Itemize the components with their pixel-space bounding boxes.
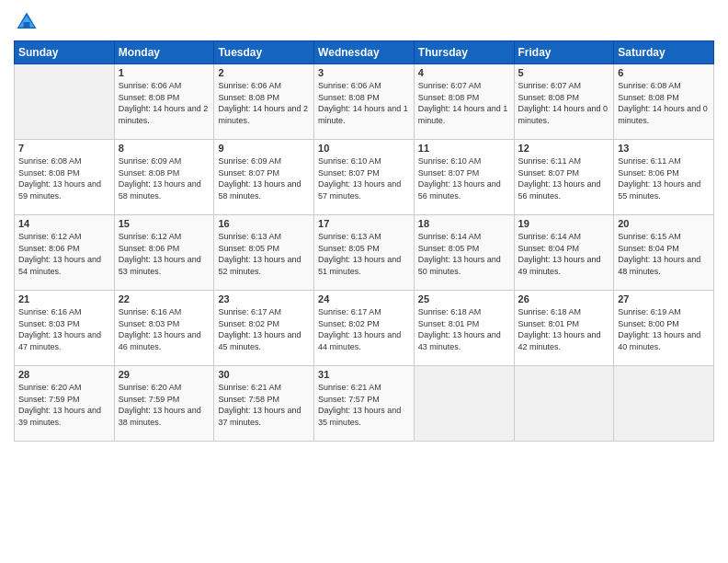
day-info: Sunrise: 6:06 AM Sunset: 8:08 PM Dayligh… bbox=[218, 80, 310, 126]
day-info: Sunrise: 6:21 AM Sunset: 7:58 PM Dayligh… bbox=[218, 382, 310, 428]
calendar-cell: 24 Sunrise: 6:17 AM Sunset: 8:02 PM Dayl… bbox=[314, 291, 415, 366]
header-cell-tuesday: Tuesday bbox=[214, 41, 314, 64]
calendar-cell: 18 Sunrise: 6:14 AM Sunset: 8:05 PM Dayl… bbox=[414, 215, 514, 291]
calendar-cell: 10 Sunrise: 6:10 AM Sunset: 8:07 PM Dayl… bbox=[314, 140, 415, 215]
calendar-cell: 1 Sunrise: 6:06 AM Sunset: 8:08 PM Dayli… bbox=[114, 64, 214, 140]
calendar-cell: 11 Sunrise: 6:10 AM Sunset: 8:07 PM Dayl… bbox=[414, 140, 514, 215]
header-cell-monday: Monday bbox=[114, 41, 214, 64]
day-info: Sunrise: 6:09 AM Sunset: 8:07 PM Dayligh… bbox=[218, 155, 310, 201]
day-info: Sunrise: 6:18 AM Sunset: 8:01 PM Dayligh… bbox=[418, 306, 510, 352]
calendar-cell: 23 Sunrise: 6:17 AM Sunset: 8:02 PM Dayl… bbox=[214, 291, 314, 366]
header-cell-friday: Friday bbox=[514, 41, 614, 64]
day-number: 5 bbox=[518, 67, 610, 78]
calendar-cell: 31 Sunrise: 6:21 AM Sunset: 7:57 PM Dayl… bbox=[314, 366, 415, 442]
day-info: Sunrise: 6:14 AM Sunset: 8:04 PM Dayligh… bbox=[518, 231, 610, 277]
day-info: Sunrise: 6:09 AM Sunset: 8:08 PM Dayligh… bbox=[119, 155, 210, 201]
header-cell-sunday: Sunday bbox=[15, 41, 115, 64]
header-cell-thursday: Thursday bbox=[414, 41, 514, 64]
day-number: 21 bbox=[18, 293, 110, 304]
day-number: 6 bbox=[618, 67, 710, 78]
calendar-cell: 3 Sunrise: 6:06 AM Sunset: 8:08 PM Dayli… bbox=[314, 64, 415, 140]
logo bbox=[14, 9, 43, 35]
day-info: Sunrise: 6:13 AM Sunset: 8:05 PM Dayligh… bbox=[318, 231, 410, 277]
day-info: Sunrise: 6:11 AM Sunset: 8:07 PM Dayligh… bbox=[518, 155, 610, 201]
day-info: Sunrise: 6:17 AM Sunset: 8:02 PM Dayligh… bbox=[218, 306, 310, 352]
day-info: Sunrise: 6:10 AM Sunset: 8:07 PM Dayligh… bbox=[318, 155, 410, 201]
calendar-cell: 2 Sunrise: 6:06 AM Sunset: 8:08 PM Dayli… bbox=[214, 64, 314, 140]
calendar-cell: 9 Sunrise: 6:09 AM Sunset: 8:07 PM Dayli… bbox=[214, 140, 314, 215]
calendar-cell: 27 Sunrise: 6:19 AM Sunset: 8:00 PM Dayl… bbox=[614, 291, 714, 366]
day-info: Sunrise: 6:07 AM Sunset: 8:08 PM Dayligh… bbox=[418, 80, 510, 126]
calendar-cell: 22 Sunrise: 6:16 AM Sunset: 8:03 PM Dayl… bbox=[114, 291, 214, 366]
calendar-header-row: SundayMondayTuesdayWednesdayThursdayFrid… bbox=[15, 41, 714, 64]
day-number: 3 bbox=[318, 67, 410, 78]
calendar-cell: 15 Sunrise: 6:12 AM Sunset: 8:06 PM Dayl… bbox=[114, 215, 214, 291]
calendar-cell: 30 Sunrise: 6:21 AM Sunset: 7:58 PM Dayl… bbox=[214, 366, 314, 442]
day-number: 27 bbox=[618, 293, 710, 304]
day-info: Sunrise: 6:19 AM Sunset: 8:00 PM Dayligh… bbox=[618, 306, 710, 352]
day-number: 26 bbox=[518, 293, 610, 304]
header bbox=[14, 9, 714, 35]
svg-rect-2 bbox=[24, 22, 30, 29]
day-number: 7 bbox=[18, 143, 110, 154]
calendar-cell bbox=[414, 366, 514, 442]
header-cell-saturday: Saturday bbox=[614, 41, 714, 64]
day-info: Sunrise: 6:16 AM Sunset: 8:03 PM Dayligh… bbox=[119, 306, 210, 352]
calendar-cell: 12 Sunrise: 6:11 AM Sunset: 8:07 PM Dayl… bbox=[514, 140, 614, 215]
day-number: 18 bbox=[418, 218, 510, 229]
day-number: 14 bbox=[18, 218, 110, 229]
calendar-body: 1 Sunrise: 6:06 AM Sunset: 8:08 PM Dayli… bbox=[15, 64, 714, 442]
day-number: 22 bbox=[119, 293, 210, 304]
calendar-cell: 21 Sunrise: 6:16 AM Sunset: 8:03 PM Dayl… bbox=[15, 291, 115, 366]
calendar-cell: 6 Sunrise: 6:08 AM Sunset: 8:08 PM Dayli… bbox=[614, 64, 714, 140]
day-number: 16 bbox=[218, 218, 310, 229]
calendar-cell: 4 Sunrise: 6:07 AM Sunset: 8:08 PM Dayli… bbox=[414, 64, 514, 140]
day-number: 20 bbox=[618, 218, 710, 229]
calendar-cell bbox=[514, 366, 614, 442]
day-info: Sunrise: 6:10 AM Sunset: 8:07 PM Dayligh… bbox=[418, 155, 510, 201]
calendar-cell: 7 Sunrise: 6:08 AM Sunset: 8:08 PM Dayli… bbox=[15, 140, 115, 215]
day-number: 17 bbox=[318, 218, 410, 229]
day-info: Sunrise: 6:17 AM Sunset: 8:02 PM Dayligh… bbox=[318, 306, 410, 352]
logo-icon bbox=[14, 9, 40, 35]
day-info: Sunrise: 6:13 AM Sunset: 8:05 PM Dayligh… bbox=[218, 231, 310, 277]
day-number: 12 bbox=[518, 143, 610, 154]
calendar-cell: 5 Sunrise: 6:07 AM Sunset: 8:08 PM Dayli… bbox=[514, 64, 614, 140]
day-info: Sunrise: 6:12 AM Sunset: 8:06 PM Dayligh… bbox=[119, 231, 210, 277]
calendar-cell: 16 Sunrise: 6:13 AM Sunset: 8:05 PM Dayl… bbox=[214, 215, 314, 291]
day-info: Sunrise: 6:06 AM Sunset: 8:08 PM Dayligh… bbox=[318, 80, 410, 126]
calendar-week-1: 1 Sunrise: 6:06 AM Sunset: 8:08 PM Dayli… bbox=[15, 64, 714, 140]
calendar-week-4: 21 Sunrise: 6:16 AM Sunset: 8:03 PM Dayl… bbox=[15, 291, 714, 366]
day-info: Sunrise: 6:08 AM Sunset: 8:08 PM Dayligh… bbox=[618, 80, 710, 126]
calendar-cell: 29 Sunrise: 6:20 AM Sunset: 7:59 PM Dayl… bbox=[114, 366, 214, 442]
day-info: Sunrise: 6:08 AM Sunset: 8:08 PM Dayligh… bbox=[18, 155, 110, 201]
day-number: 30 bbox=[218, 369, 310, 380]
day-info: Sunrise: 6:16 AM Sunset: 8:03 PM Dayligh… bbox=[18, 306, 110, 352]
calendar-cell: 20 Sunrise: 6:15 AM Sunset: 8:04 PM Dayl… bbox=[614, 215, 714, 291]
day-number: 1 bbox=[119, 67, 210, 78]
day-number: 11 bbox=[418, 143, 510, 154]
day-number: 9 bbox=[218, 143, 310, 154]
day-info: Sunrise: 6:18 AM Sunset: 8:01 PM Dayligh… bbox=[518, 306, 610, 352]
day-number: 24 bbox=[318, 293, 410, 304]
calendar-week-2: 7 Sunrise: 6:08 AM Sunset: 8:08 PM Dayli… bbox=[15, 140, 714, 215]
day-info: Sunrise: 6:14 AM Sunset: 8:05 PM Dayligh… bbox=[418, 231, 510, 277]
day-info: Sunrise: 6:20 AM Sunset: 7:59 PM Dayligh… bbox=[119, 382, 210, 428]
calendar-week-5: 28 Sunrise: 6:20 AM Sunset: 7:59 PM Dayl… bbox=[15, 366, 714, 442]
day-info: Sunrise: 6:11 AM Sunset: 8:06 PM Dayligh… bbox=[618, 155, 710, 201]
calendar-cell: 26 Sunrise: 6:18 AM Sunset: 8:01 PM Dayl… bbox=[514, 291, 614, 366]
day-number: 2 bbox=[218, 67, 310, 78]
day-number: 28 bbox=[18, 369, 110, 380]
calendar-cell: 8 Sunrise: 6:09 AM Sunset: 8:08 PM Dayli… bbox=[114, 140, 214, 215]
day-info: Sunrise: 6:12 AM Sunset: 8:06 PM Dayligh… bbox=[18, 231, 110, 277]
day-info: Sunrise: 6:06 AM Sunset: 8:08 PM Dayligh… bbox=[119, 80, 210, 126]
day-number: 4 bbox=[418, 67, 510, 78]
day-number: 23 bbox=[218, 293, 310, 304]
header-cell-wednesday: Wednesday bbox=[314, 41, 415, 64]
day-number: 13 bbox=[618, 143, 710, 154]
day-number: 8 bbox=[119, 143, 210, 154]
day-info: Sunrise: 6:15 AM Sunset: 8:04 PM Dayligh… bbox=[618, 231, 710, 277]
day-number: 15 bbox=[119, 218, 210, 229]
day-number: 29 bbox=[119, 369, 210, 380]
day-number: 25 bbox=[418, 293, 510, 304]
